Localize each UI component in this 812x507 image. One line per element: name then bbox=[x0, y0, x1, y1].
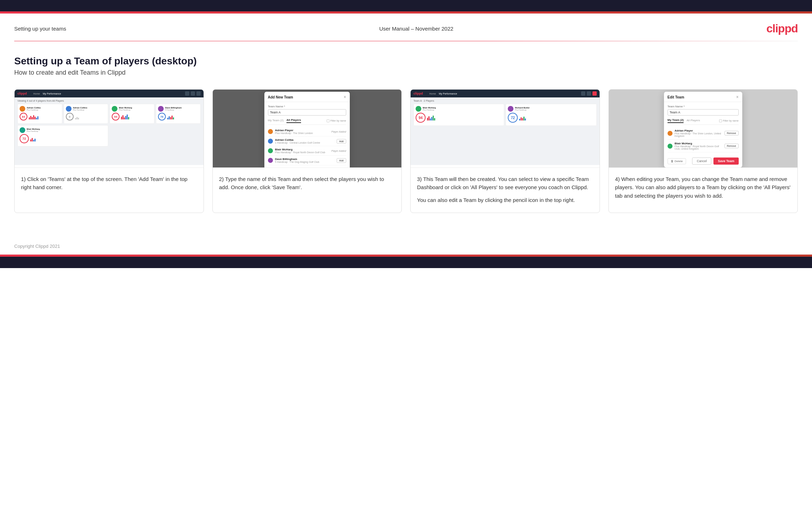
player-info-2-3: Blair McHarg Plus Handicap · Royal North… bbox=[275, 148, 329, 154]
dash-bars-3 bbox=[121, 114, 129, 119]
card-2-screenshot: Add New Team × Team Name * Team A My Tea… bbox=[213, 90, 402, 168]
player-status-2-3: Player Added bbox=[331, 150, 346, 152]
dialog-title-4: Edit Team bbox=[668, 95, 684, 99]
header-center: User Manual – November 2022 bbox=[379, 26, 453, 32]
player-avatar-2-1 bbox=[268, 129, 273, 134]
player-avatar-2-2 bbox=[268, 139, 273, 144]
dash-avatar-4 bbox=[158, 106, 164, 112]
card-3-screenshot: clippd Home My Performance Team A · 2 Pl… bbox=[411, 90, 600, 168]
dash-psub-3-2: Plus Handicap bbox=[515, 109, 529, 111]
dash-logo-1: clippd bbox=[17, 92, 27, 95]
card-3: clippd Home My Performance Team A · 2 Pl… bbox=[410, 89, 600, 213]
dash-nav-1: clippd Home My Performance bbox=[15, 90, 204, 97]
dash-nav-home: Home bbox=[33, 92, 40, 95]
dash-ph-5: Blair McHarg Plus Handicap bbox=[20, 127, 106, 133]
player-status-2-1: Player Added bbox=[331, 130, 346, 133]
dash-bars-2 bbox=[75, 114, 79, 119]
player-row-2-1: Adrian Player Plus Handicap · The Shire … bbox=[268, 127, 346, 137]
dash-circle-5: 72 bbox=[20, 134, 29, 143]
dash-bars-3-2 bbox=[519, 115, 526, 121]
dash-score-2: 0 bbox=[66, 113, 106, 121]
dialog-save-btn-4[interactable]: Save Team bbox=[713, 158, 738, 165]
dash-ph-3-2: Richard Butler Plus Handicap bbox=[508, 106, 594, 112]
card-2-description: 2) Type the name of this Team and then s… bbox=[219, 176, 384, 190]
dash-player-card-4: Dave Billingham 5 Handicap 78 bbox=[156, 104, 201, 124]
dash-players-row-1: Adrian Coliba Plus Handicap 84 bbox=[17, 104, 201, 124]
header: Setting up your teams User Manual – Nove… bbox=[0, 14, 812, 41]
dash-player-card-5: Blair McHarg Plus Handicap 72 bbox=[17, 125, 108, 146]
dash-ph-3-1: Blair McHarg Plus Handicap bbox=[416, 106, 502, 112]
dialog-cancel-btn-4[interactable]: Cancel bbox=[692, 158, 711, 165]
player-avatar-2-4 bbox=[268, 158, 273, 163]
dash-avatar-5 bbox=[20, 127, 25, 133]
player-avatar-2-3 bbox=[268, 148, 273, 153]
player-remove-btn-4-1[interactable]: Remove bbox=[724, 131, 739, 135]
dash-subheader-3: Team A · 2 Players bbox=[413, 100, 597, 102]
dialog-header-2: Add New Team × bbox=[264, 92, 350, 102]
delete-btn-4[interactable]: 🗑 Delete bbox=[668, 158, 686, 164]
dialog-field-input-4[interactable]: Team A bbox=[668, 109, 739, 116]
dash-ph-3: Blair McHarg Plus Handicap bbox=[112, 106, 152, 112]
card-2-overlay: Add New Team × Team Name * Team A My Tea… bbox=[213, 90, 402, 168]
dash-bars-4 bbox=[167, 114, 174, 119]
dialog-tab2-2[interactable]: All Players bbox=[286, 118, 301, 123]
player-add-btn-2-2[interactable]: Add bbox=[337, 139, 346, 144]
dash-ph-4: Dave Billingham 5 Handicap bbox=[158, 106, 199, 112]
dash-nav-right-1 bbox=[185, 91, 201, 96]
card-4-description: 4) When editing your Team, you can chang… bbox=[615, 176, 791, 199]
card-1-description: 1) Click on 'Teams' at the top of the sc… bbox=[21, 176, 188, 190]
player-row-2-3: Blair McHarg Plus Handicap · Royal North… bbox=[268, 146, 346, 156]
player-add-btn-2-4[interactable]: Add bbox=[337, 158, 346, 163]
page-subtitle: How to create and edit Teams in Clippd bbox=[14, 69, 798, 76]
player-detail-4-1: Plus Handicap · The Shire London, United… bbox=[675, 132, 722, 137]
card-1-text: 1) Click on 'Teams' at the top of the sc… bbox=[15, 168, 204, 213]
dash-logo-3: clippd bbox=[413, 92, 423, 95]
dash-score-3-1: 94 bbox=[416, 113, 502, 123]
dash-icon-3-2 bbox=[587, 91, 591, 96]
edit-actions-4: Cancel Save Team bbox=[692, 158, 738, 165]
dialog-field-label-4: Team Name * bbox=[668, 105, 739, 108]
card-4: Edit Team × Team Name * Team A My Team (… bbox=[608, 89, 798, 213]
dialog-filter-2: Filter by name bbox=[327, 119, 346, 122]
dash-score-3: 94 bbox=[112, 113, 152, 121]
dash-avatar-3-2 bbox=[508, 106, 513, 112]
player-name-4-1: Adrian Player bbox=[675, 129, 722, 132]
dialog-title-2: Add New Team bbox=[268, 95, 293, 99]
dash-nav-right-3 bbox=[581, 91, 597, 96]
dash-nav-links-3: Home My Performance bbox=[429, 92, 457, 95]
dash-circle-4: 78 bbox=[158, 113, 166, 121]
dialog-tab1-4[interactable]: My Team (2) bbox=[668, 118, 684, 123]
player-name-2-2: Adrian Coliba bbox=[275, 138, 335, 142]
player-name-2-4: Dave Billingham bbox=[275, 158, 335, 161]
dash-circle-2: 0 bbox=[66, 113, 74, 121]
dash-circle-3-2: 72 bbox=[508, 113, 518, 123]
dialog-tab2-4[interactable]: All Players bbox=[686, 119, 700, 123]
dash-avatar-3 bbox=[112, 106, 117, 112]
player-info-2-4: Dave Billingham 5 Handicap · The Dog-Mag… bbox=[275, 158, 335, 163]
dialog-close-2[interactable]: × bbox=[344, 95, 346, 100]
dialog-field-input-2[interactable]: Team A bbox=[268, 109, 346, 116]
player-row-2-2: Adrian Coliba 1 Handicap · Central Londo… bbox=[268, 137, 346, 146]
player-name-2-3: Blair McHarg bbox=[275, 148, 329, 151]
dash-circle-3: 94 bbox=[112, 113, 120, 121]
dash-psub-4: 5 Handicap bbox=[165, 109, 182, 111]
dash-ph-1: Adrian Coliba Plus Handicap bbox=[20, 106, 60, 112]
player-detail-2-4: 5 Handicap · The Dog-Maging Golf Club bbox=[275, 161, 335, 163]
delete-label-4: Delete bbox=[675, 160, 683, 163]
dialog-field-label-2: Team Name * bbox=[268, 105, 346, 108]
dialog-tab1-2[interactable]: My Team (2) bbox=[268, 119, 284, 123]
dash-psub-5: Plus Handicap bbox=[27, 130, 40, 132]
dialog-footer-4: 🗑 Delete Cancel Save Team bbox=[664, 155, 742, 167]
top-bar bbox=[0, 0, 812, 11]
dash-player-card-2: Adrian Collins Plus Handicap 0 bbox=[64, 104, 109, 124]
dash-circle-1: 84 bbox=[20, 113, 27, 121]
dash-nav-home-3: Home bbox=[429, 92, 436, 95]
card-3-description1: 3) This Team will then be created. You c… bbox=[417, 175, 593, 192]
dialog-close-4[interactable]: × bbox=[736, 95, 739, 100]
dialog-body-2: Team Name * Team A My Team (2) All Playe… bbox=[264, 102, 350, 168]
card-4-text: 4) When editing your Team, you can chang… bbox=[609, 168, 798, 213]
dash-avatar-2 bbox=[66, 106, 72, 112]
dash-icon-3 bbox=[196, 91, 201, 96]
dash-body-1: Viewing 4 out of 4 players from All Play… bbox=[15, 97, 204, 165]
player-remove-btn-4-2[interactable]: Remove bbox=[724, 144, 739, 148]
